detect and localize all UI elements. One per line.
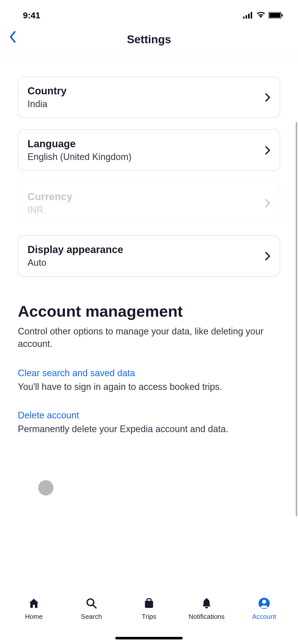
- language-value: English (United Kingdom): [28, 152, 265, 162]
- home-icon: [28, 597, 40, 610]
- bell-icon: [200, 597, 213, 610]
- tab-account-label: Account: [252, 613, 276, 621]
- tab-account[interactable]: Account: [241, 597, 287, 621]
- svg-point-11: [262, 600, 266, 604]
- language-text: Language English (United Kingdom): [28, 138, 265, 162]
- language-setting[interactable]: Language English (United Kingdom): [18, 129, 280, 171]
- svg-rect-1: [246, 15, 247, 19]
- currency-text: Currency INR: [28, 191, 265, 215]
- tab-notifications-label: Notifications: [188, 613, 225, 621]
- status-bar: 9:41: [0, 0, 298, 25]
- svg-rect-9: [145, 601, 153, 608]
- clear-data-link[interactable]: Clear search and saved data: [18, 368, 280, 378]
- display-appearance-value: Auto: [28, 257, 265, 268]
- wifi-icon: [256, 12, 265, 19]
- battery-icon: [268, 12, 283, 19]
- account-management-description: Control other options to manage your dat…: [18, 325, 280, 350]
- svg-rect-3: [251, 12, 252, 19]
- settings-content: Country India Language English (United K…: [0, 56, 298, 434]
- home-indicator[interactable]: [115, 637, 183, 639]
- chevron-right-icon: [265, 252, 270, 261]
- nav-title: Settings: [8, 33, 290, 46]
- display-appearance-title: Display appearance: [28, 244, 265, 255]
- search-icon: [85, 597, 98, 610]
- tab-search[interactable]: Search: [69, 597, 114, 621]
- tab-trips-label: Trips: [142, 613, 156, 621]
- display-appearance-text: Display appearance Auto: [28, 244, 265, 268]
- back-button[interactable]: [6, 31, 19, 43]
- svg-rect-2: [248, 14, 250, 19]
- cellular-icon: [243, 12, 253, 19]
- clear-data-description: You'll have to sign in again to access b…: [18, 382, 280, 392]
- status-icons: [243, 12, 283, 19]
- status-time: 9:41: [23, 10, 40, 20]
- chevron-right-icon: [265, 199, 270, 208]
- country-value: India: [28, 99, 265, 109]
- country-setting[interactable]: Country India: [18, 77, 280, 118]
- currency-title: Currency: [28, 191, 265, 202]
- svg-rect-6: [282, 14, 283, 17]
- display-appearance-setting[interactable]: Display appearance Auto: [18, 235, 280, 277]
- account-icon: [258, 597, 270, 610]
- currency-setting: Currency INR: [18, 182, 280, 224]
- svg-line-8: [93, 605, 96, 608]
- delete-account-description: Permanently delete your Expedia account …: [18, 424, 280, 434]
- country-text: Country India: [28, 85, 265, 109]
- svg-rect-0: [243, 17, 245, 19]
- tab-search-label: Search: [81, 613, 102, 621]
- tab-home-label: Home: [25, 613, 43, 621]
- chevron-right-icon: [265, 93, 270, 102]
- account-management-heading: Account management: [18, 302, 280, 320]
- trips-icon: [143, 597, 155, 610]
- tab-home[interactable]: Home: [11, 597, 57, 621]
- tab-bar: Home Search Trips Notifications: [0, 589, 298, 644]
- tab-notifications[interactable]: Notifications: [184, 597, 229, 621]
- tab-trips[interactable]: Trips: [126, 597, 172, 621]
- nav-bar: Settings: [0, 25, 298, 56]
- language-title: Language: [28, 138, 265, 150]
- delete-account-link[interactable]: Delete account: [18, 410, 280, 421]
- touch-indicator: [38, 480, 53, 495]
- scroll-indicator[interactable]: [296, 122, 297, 516]
- chevron-right-icon: [265, 146, 270, 155]
- currency-value: INR: [28, 204, 265, 215]
- country-title: Country: [28, 85, 265, 97]
- chevron-left-icon: [9, 31, 16, 43]
- svg-rect-5: [269, 13, 280, 18]
